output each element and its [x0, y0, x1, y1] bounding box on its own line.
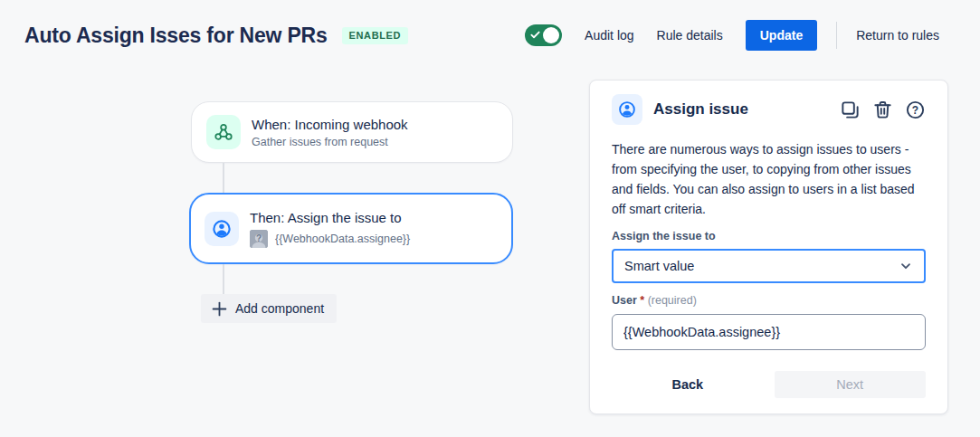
- return-to-rules-link[interactable]: Return to rules: [856, 28, 939, 43]
- webhook-icon: [206, 115, 241, 149]
- flow-connector: [223, 163, 224, 193]
- chevron-down-icon: [899, 259, 913, 273]
- rule-details-link[interactable]: Rule details: [657, 28, 723, 43]
- duplicate-button[interactable]: [840, 100, 861, 120]
- toggle-knob: [543, 27, 559, 43]
- assign-issue-panel: Assign issue: [589, 80, 948, 414]
- duplicate-icon: [840, 100, 861, 120]
- panel-title: Assign issue: [653, 100, 748, 119]
- trash-icon: [872, 100, 893, 120]
- user-input[interactable]: [612, 314, 926, 350]
- delete-button[interactable]: [872, 100, 893, 120]
- svg-text:?: ?: [256, 233, 262, 243]
- trigger-subtitle: Gather issues from request: [252, 136, 408, 148]
- required-hint: (required): [648, 294, 697, 307]
- header-actions: Audit log Rule details Update Return to …: [525, 20, 939, 51]
- help-button[interactable]: ?: [905, 100, 926, 120]
- update-button[interactable]: Update: [746, 20, 817, 51]
- trigger-card-incoming-webhook[interactable]: When: Incoming webhook Gather issues fro…: [191, 101, 513, 163]
- check-icon: [530, 30, 540, 40]
- trigger-title: When: Incoming webhook: [252, 116, 408, 133]
- assignee-person-icon: [205, 212, 239, 246]
- add-component-label: Add component: [235, 301, 324, 316]
- audit-log-link[interactable]: Audit log: [585, 28, 633, 43]
- header-bar: Auto Assign Isses for New PRs ENABLED Au…: [0, 0, 980, 71]
- back-button[interactable]: Back: [612, 371, 764, 398]
- assign-method-select[interactable]: Smart value: [612, 249, 926, 283]
- status-badge: ENABLED: [342, 27, 408, 44]
- next-button[interactable]: Next: [775, 371, 927, 398]
- action-smart-value: {{WebhookData.assignee}}: [275, 233, 410, 245]
- panel-description: There are numerous ways to assign issues…: [612, 139, 926, 219]
- user-field-label: User * (required): [612, 294, 926, 308]
- unknown-user-avatar: ?: [250, 230, 268, 248]
- automation-rule-editor: Auto Assign Isses for New PRs ENABLED Au…: [0, 0, 980, 437]
- assign-method-selected: Smart value: [624, 259, 694, 273]
- header-divider: [836, 22, 837, 49]
- assign-field-label: Assign the issue to: [612, 230, 926, 243]
- svg-text:?: ?: [912, 103, 918, 116]
- page-title: Auto Assign Isses for New PRs: [24, 24, 328, 48]
- add-component-button[interactable]: Add component: [201, 294, 337, 323]
- question-circle-icon: ?: [905, 100, 926, 120]
- flow-connector: [223, 264, 224, 295]
- assignee-person-icon: [612, 94, 642, 125]
- action-title: Then: Assign the issue to: [250, 209, 410, 226]
- action-card-assign-issue[interactable]: Then: Assign the issue to ? {{WebhookDat…: [189, 193, 513, 264]
- required-star: *: [640, 294, 644, 307]
- rule-enabled-toggle[interactable]: [525, 24, 562, 46]
- plus-icon: [212, 301, 227, 317]
